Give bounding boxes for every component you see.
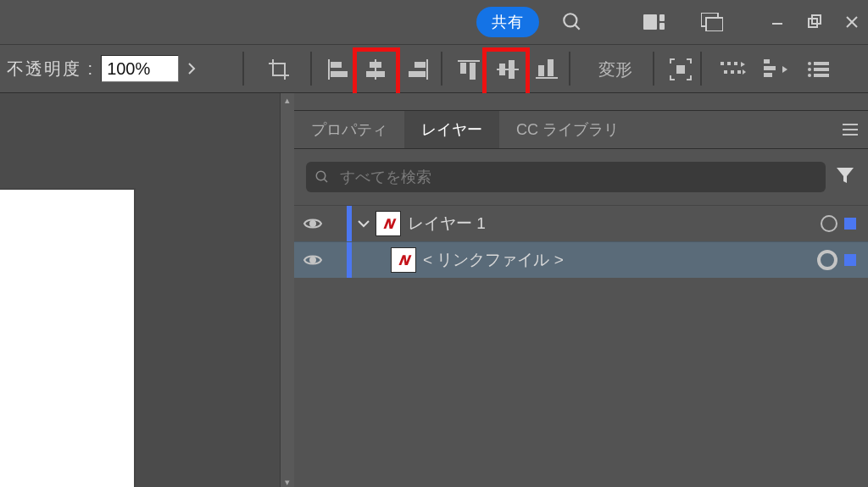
svg-rect-40 [764,73,772,77]
separator [441,52,442,86]
canvas-area[interactable]: ▴ ▾ [0,93,294,487]
list-icon [807,61,829,78]
target-indicator[interactable] [817,250,837,270]
selection-swatch[interactable] [844,218,856,230]
align-vertical-center-button[interactable] [490,54,526,85]
eye-icon [303,217,322,230]
svg-point-44 [808,68,811,71]
search-icon [314,169,330,185]
svg-rect-47 [814,74,829,77]
align-bottom-button[interactable] [529,54,565,85]
layer-search-field[interactable] [306,162,826,192]
share-button[interactable]: 共有 [476,7,539,37]
crop-icon [268,58,290,80]
svg-rect-6 [706,18,723,31]
svg-rect-21 [460,63,466,74]
visibility-toggle[interactable] [294,217,331,230]
svg-point-42 [808,62,811,65]
svg-point-55 [310,257,315,263]
chevron-right-icon [186,63,197,75]
svg-rect-33 [734,62,737,65]
tab-properties[interactable]: プロパティ [294,111,404,148]
app-bar: 共有 [0,0,868,45]
svg-rect-2 [643,14,657,30]
visibility-toggle[interactable] [294,253,331,267]
workspace-toggle[interactable] [627,0,688,44]
layer-search-input[interactable] [338,168,817,187]
panel-tabs: プロパティ レイヤー CC ライブラリ [294,111,868,149]
svg-marker-37 [743,69,746,75]
svg-point-51 [316,171,326,180]
selection-swatch[interactable] [844,254,856,266]
svg-rect-27 [538,65,544,76]
align-hcenter-icon [364,59,387,80]
align-left-button[interactable] [320,54,356,85]
separator [700,52,702,86]
separator [310,52,312,86]
panel-menu-button[interactable] [839,111,861,148]
panel-column: プロパティ レイヤー CC ライブラリ [294,93,868,487]
svg-rect-39 [764,66,776,70]
svg-rect-4 [659,23,665,30]
svg-rect-28 [548,59,554,76]
align-right-button[interactable] [400,54,436,85]
close-button[interactable] [839,0,865,44]
scroll-up-icon[interactable]: ▴ [281,93,294,107]
disclosure-toggle[interactable] [352,219,376,228]
align-vcenter-icon [497,59,519,80]
maximize-button[interactable] [802,0,827,44]
isolate-button[interactable] [663,54,698,85]
align-top-icon [458,59,480,80]
layer-name[interactable]: < リンクファイル > [423,249,817,271]
minimize-button[interactable] [765,0,790,44]
funnel-icon [836,166,854,185]
opacity-input[interactable]: 100% [101,55,179,82]
align-right-icon [407,59,429,80]
artboard[interactable] [0,188,136,487]
opacity-label: 不透明度 : [7,58,94,80]
opacity-stepper[interactable] [181,56,203,81]
align-horizontal-center-button[interactable] [358,54,393,85]
scroll-down-icon[interactable]: ▾ [281,475,294,487]
transform-button[interactable]: 変形 [581,54,649,85]
svg-point-0 [564,14,576,26]
layer-row[interactable]: 𝗡 < リンクファイル > [294,241,868,278]
svg-line-52 [324,179,327,182]
svg-rect-34 [724,70,727,74]
svg-rect-36 [737,70,741,74]
separator [569,52,570,86]
align-top-button[interactable] [451,54,487,85]
crop-button[interactable] [261,54,297,85]
isolate-icon [670,58,692,80]
panel-gripper[interactable] [294,93,868,111]
svg-rect-13 [331,71,348,77]
list-menu-button[interactable] [800,54,836,85]
document-arrange-button[interactable] [695,0,729,44]
svg-rect-38 [764,59,770,64]
layer-row[interactable]: 𝗡 レイヤー 1 [294,206,868,241]
svg-rect-45 [814,68,829,71]
layer-name[interactable]: レイヤー 1 [408,213,821,235]
layer-search-row [294,149,868,206]
vertical-scrollbar[interactable]: ▴ ▾ [280,93,294,487]
tab-layers[interactable]: レイヤー [404,111,499,148]
target-indicator[interactable] [821,215,837,232]
svg-point-46 [808,74,811,77]
filter-button[interactable] [836,166,856,188]
chevron-down-icon [358,219,370,228]
appbar-search-button[interactable] [553,0,592,44]
align-panel-icon [721,60,746,79]
svg-rect-35 [731,70,734,74]
svg-rect-30 [676,65,685,74]
align-left-icon [327,59,349,80]
layers-empty-area [294,278,868,487]
tab-cclibraries[interactable]: CC ライブラリ [499,111,636,148]
window-controls [765,0,865,44]
align-bottom-icon [536,59,558,80]
align-panel-button[interactable] [715,54,751,85]
svg-rect-12 [331,62,342,68]
main-area: ▴ ▾ プロパティ レイヤー CC ライブラリ [0,93,868,487]
distribute-button[interactable] [758,54,793,85]
opacity-group: 不透明度 : 100% [7,48,203,89]
control-bar: 不透明度 : 100% 変形 [0,45,868,93]
